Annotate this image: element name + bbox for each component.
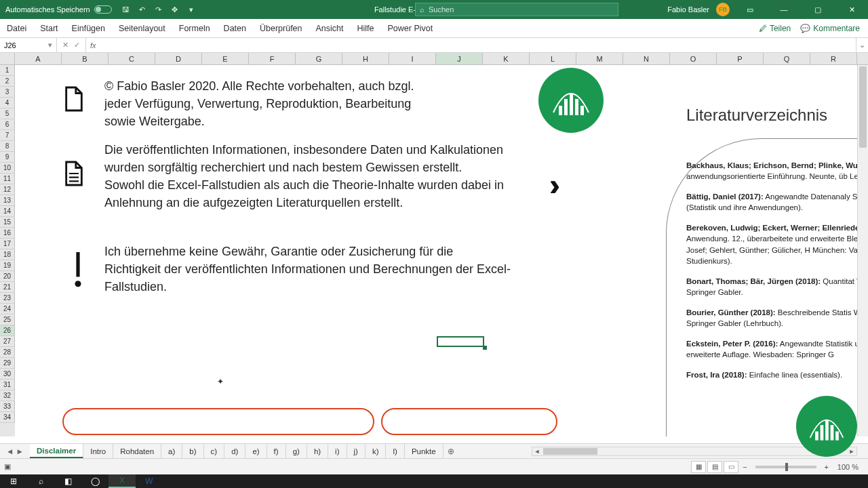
sheet-tab[interactable]: h): [307, 444, 328, 458]
column-header[interactable]: C: [108, 53, 155, 64]
sheet-tab[interactable]: j): [347, 444, 366, 458]
row-header[interactable]: 21: [0, 282, 15, 293]
column-header[interactable]: I: [389, 53, 436, 64]
row-header[interactable]: 17: [0, 239, 15, 249]
row-header[interactable]: 31: [0, 380, 15, 390]
column-header[interactable]: O: [670, 53, 717, 64]
row-header[interactable]: 29: [0, 358, 15, 369]
sheet-tab[interactable]: l): [386, 444, 404, 458]
excel-taskbar-icon[interactable]: X: [108, 474, 136, 488]
formula-input[interactable]: [100, 38, 856, 52]
sheet-tab[interactable]: i): [328, 444, 347, 458]
column-header[interactable]: J: [436, 53, 483, 64]
row-header[interactable]: 7: [0, 130, 15, 141]
ribbon-tab-seitenlayout[interactable]: Seitenlayout: [112, 19, 172, 37]
row-header[interactable]: 32: [0, 390, 15, 401]
minimize-icon[interactable]: —: [770, 0, 797, 19]
maximize-icon[interactable]: ▢: [804, 0, 831, 19]
worksheet-grid[interactable]: 1234567891011121314151617181920212324252…: [0, 65, 857, 436]
ribbon-display-icon[interactable]: ▭: [736, 0, 764, 19]
column-header[interactable]: K: [483, 53, 530, 64]
row-header[interactable]: 18: [0, 249, 15, 260]
vertical-scrollbar[interactable]: [857, 65, 868, 436]
column-header[interactable]: F: [249, 53, 296, 64]
sheet-tab[interactable]: Punkte: [405, 444, 443, 458]
row-header[interactable]: 26: [0, 325, 15, 336]
sheet-tab[interactable]: g): [286, 444, 307, 458]
row-header[interactable]: 9: [0, 152, 15, 163]
comments-button[interactable]: 💬 Kommentare: [800, 24, 860, 33]
column-header[interactable]: G: [296, 53, 342, 64]
row-header[interactable]: 19: [0, 260, 15, 271]
qat-more-icon[interactable]: ▾: [186, 5, 196, 14]
ribbon-tab-ansicht[interactable]: Ansicht: [309, 19, 351, 37]
row-header[interactable]: 15: [0, 217, 15, 228]
sheet-tab[interactable]: c): [204, 444, 225, 458]
new-sheet-button[interactable]: ⊕: [443, 447, 458, 456]
row-header[interactable]: 11: [0, 174, 15, 184]
column-header[interactable]: B: [62, 53, 108, 64]
selected-cell[interactable]: [437, 336, 484, 347]
row-header[interactable]: 28: [0, 347, 15, 358]
row-header[interactable]: 14: [0, 206, 15, 217]
search-input[interactable]: ⌕ Suchen: [415, 3, 618, 16]
row-header[interactable]: 27: [0, 336, 15, 347]
row-header[interactable]: 24: [0, 304, 15, 314]
avatar[interactable]: FB: [716, 3, 730, 16]
accept-formula-icon[interactable]: ✓: [74, 41, 80, 49]
start-button[interactable]: ⊞: [0, 474, 27, 488]
scroll-right-icon[interactable]: ►: [847, 447, 856, 455]
row-header[interactable]: 5: [0, 108, 15, 119]
sheet-tab[interactable]: e): [245, 444, 267, 458]
sheet-tab[interactable]: Disclaimer: [30, 444, 83, 458]
column-header[interactable]: N: [623, 53, 670, 64]
row-header[interactable]: 30: [0, 369, 15, 380]
column-header[interactable]: D: [155, 53, 202, 64]
save-icon[interactable]: 🖫: [121, 5, 131, 14]
expand-formula-icon[interactable]: ⌄: [856, 38, 868, 52]
sheet-tab[interactable]: f): [267, 444, 286, 458]
redo-icon[interactable]: ↷: [154, 5, 163, 14]
fill-handle[interactable]: [483, 346, 487, 350]
user-name[interactable]: Fabio Basler: [667, 5, 709, 14]
task-view-icon[interactable]: ◧: [54, 474, 81, 488]
ribbon-tab-formeln[interactable]: Formeln: [172, 19, 217, 37]
word-taskbar-icon[interactable]: W: [136, 474, 163, 488]
record-macro-icon[interactable]: ▣: [4, 462, 11, 471]
fx-icon[interactable]: fx: [86, 41, 100, 49]
toggle-switch[interactable]: [94, 5, 112, 14]
search-taskbar-icon[interactable]: ⌕: [27, 474, 54, 488]
sheet-tab[interactable]: Rohdaten: [113, 444, 161, 458]
normal-view-button[interactable]: ▦: [691, 461, 706, 473]
row-header[interactable]: 10: [0, 163, 15, 174]
ribbon-tab-daten[interactable]: Daten: [217, 19, 253, 37]
autosave-toggle[interactable]: Automatisches Speichern: [5, 5, 112, 14]
row-header[interactable]: 25: [0, 314, 15, 325]
column-header[interactable]: E: [202, 53, 249, 64]
share-button[interactable]: 🖉 Teilen: [759, 24, 791, 33]
touch-mode-icon[interactable]: ✥: [170, 5, 180, 14]
column-header[interactable]: Q: [764, 53, 810, 64]
close-icon[interactable]: ✕: [838, 0, 865, 19]
row-header[interactable]: 1: [0, 65, 15, 76]
scroll-left-icon[interactable]: ◄: [532, 447, 542, 455]
ribbon-tab-überprüfen[interactable]: Überprüfen: [253, 19, 309, 37]
cancel-formula-icon[interactable]: ✕: [62, 41, 68, 49]
ribbon-tab-power pivot[interactable]: Power Pivot: [381, 19, 440, 37]
row-header[interactable]: 34: [0, 412, 15, 423]
scrollbar-thumb[interactable]: [859, 66, 867, 148]
row-header[interactable]: 3: [0, 87, 15, 98]
zoom-out-button[interactable]: −: [740, 463, 749, 471]
zoom-level[interactable]: 100 %: [833, 463, 863, 471]
select-all-corner[interactable]: [0, 53, 15, 64]
ribbon-tab-start[interactable]: Start: [33, 19, 64, 37]
column-header[interactable]: M: [576, 53, 623, 64]
sheet-tab[interactable]: a): [161, 444, 182, 458]
ribbon-tab-datei[interactable]: Datei: [0, 19, 33, 37]
sheet-tab[interactable]: Intro: [83, 444, 113, 458]
column-header[interactable]: H: [342, 53, 389, 64]
row-header[interactable]: 13: [0, 195, 15, 206]
row-header[interactable]: 16: [0, 228, 15, 239]
page-break-button[interactable]: ▭: [724, 461, 738, 473]
ribbon-tab-einfügen[interactable]: Einfügen: [65, 19, 112, 37]
